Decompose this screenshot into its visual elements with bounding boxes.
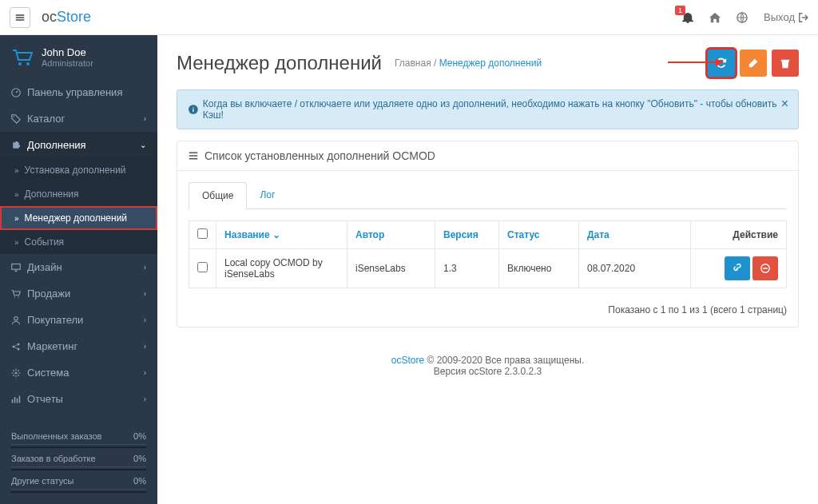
user-name: John Doe (42, 46, 93, 58)
breadcrumb-link[interactable]: Менеджер дополнений (439, 58, 542, 69)
notification-badge: 1 (675, 6, 685, 15)
user-box: John Doe Administrator (0, 35, 157, 79)
alert-text: Когда вы включаете / отключаете или удал… (203, 98, 787, 121)
main-menu-2: Дизайн› Продажи› Покупатели› Маркетинг› … (0, 254, 157, 412)
tag-icon (11, 114, 21, 124)
submenu-events[interactable]: »События (0, 230, 157, 254)
top-header: ocStore 1 Выход (0, 0, 818, 35)
main-menu: Панель управления Каталог› Дополнения⌄ (0, 79, 157, 158)
menu-system[interactable]: Система› (0, 359, 157, 386)
pagination-info: Показано с 1 по 1 из 1 (всего 1 страниц) (177, 300, 798, 327)
submenu-installer[interactable]: »Установка дополнений (0, 158, 157, 182)
stat-completed: Выполненных заказов0% (11, 426, 146, 445)
home-icon (709, 12, 721, 23)
footer-version: Версия ocStore 2.3.0.2.3 (434, 366, 542, 377)
row-disable-button[interactable] (752, 256, 778, 280)
submenu-extensions: »Установка дополнений »Дополнения »Менед… (0, 158, 157, 254)
desktop-icon (11, 263, 21, 272)
col-status[interactable]: Статус (507, 229, 539, 240)
row-checkbox[interactable] (197, 262, 208, 272)
tab-general[interactable]: Общие (189, 182, 247, 209)
content: Менеджер дополнений Главная / Менеджер д… (157, 35, 818, 504)
svg-rect-5 (12, 264, 21, 269)
minus-icon (760, 264, 770, 273)
col-name[interactable]: Название ⌄ (224, 229, 280, 240)
logout-label: Выход (764, 11, 795, 23)
svg-point-1 (18, 62, 22, 65)
col-action: Действие (691, 221, 787, 249)
info-icon (189, 105, 198, 114)
modifications-panel: Список установленных дополнений OCMOD Об… (177, 141, 799, 327)
modifications-table: Название ⌄ Автор Версия Статус Дата Дейс… (189, 220, 787, 288)
menu-extensions[interactable]: Дополнения⌄ (0, 132, 157, 158)
tab-log[interactable]: Лог (247, 182, 288, 208)
logo-part2: Store (57, 9, 91, 25)
col-date[interactable]: Дата (587, 229, 610, 240)
home-button[interactable] (709, 12, 721, 23)
panel-heading: Список установленных дополнений OCMOD (177, 141, 798, 171)
list-icon (189, 151, 198, 161)
logout-button[interactable]: Выход (764, 11, 808, 23)
menu-catalog[interactable]: Каталог› (0, 105, 157, 132)
cell-status: Включено (499, 249, 579, 288)
svg-point-10 (18, 343, 20, 345)
svg-point-8 (14, 316, 18, 320)
menu-sales[interactable]: Продажи› (0, 280, 157, 307)
row-link-button[interactable] (725, 256, 750, 280)
col-author[interactable]: Автор (355, 229, 384, 240)
globe-icon (737, 12, 748, 23)
col-version[interactable]: Версия (443, 229, 478, 240)
svg-point-2 (26, 62, 30, 65)
share-icon (11, 342, 21, 351)
logo-part1: oc (42, 9, 57, 25)
menu-design[interactable]: Дизайн› (0, 254, 157, 280)
user-role: Administrator (42, 58, 93, 68)
clear-button[interactable] (740, 50, 767, 77)
breadcrumb: Главная / Менеджер дополнений (395, 58, 542, 69)
cart-icon (11, 289, 21, 299)
arrow-annotation (668, 58, 724, 67)
cell-author: iSenseLabs (347, 249, 435, 288)
logo[interactable]: ocStore (42, 9, 91, 26)
trash-icon (780, 58, 791, 69)
submenu-extensions[interactable]: »Дополнения (0, 182, 157, 206)
table-wrap: Название ⌄ Автор Версия Статус Дата Дейс… (177, 209, 798, 300)
svg-point-7 (18, 296, 19, 298)
table-header-row: Название ⌄ Автор Версия Статус Дата Дейс… (189, 221, 787, 249)
select-all-checkbox[interactable] (197, 228, 208, 239)
chart-icon (11, 395, 21, 404)
tabs: Общие Лог (189, 182, 787, 209)
svg-point-12 (15, 371, 18, 374)
svg-rect-16 (763, 268, 768, 269)
puzzle-icon (11, 141, 21, 150)
svg-point-11 (18, 347, 20, 350)
menu-customers[interactable]: Покупатели› (0, 307, 157, 333)
menu-toggle-button[interactable] (10, 7, 30, 28)
hamburger-icon (15, 13, 25, 22)
info-alert: Когда вы включаете / отключаете или удал… (177, 89, 799, 129)
menu-reports[interactable]: Отчеты› (0, 386, 157, 412)
eraser-icon (748, 58, 759, 69)
cell-name: Local copy OCMOD by iSenseLabs (216, 249, 347, 288)
footer: ocStore © 2009-2020 Все права защищены. … (157, 343, 818, 388)
sidebar: John Doe Administrator Панель управления… (0, 35, 157, 504)
stat-other: Другие статусы0% (11, 470, 146, 490)
submenu-modifications[interactable]: »Менеджер дополнений (0, 206, 157, 230)
svg-point-4 (13, 116, 14, 117)
footer-brand-link[interactable]: ocStore (391, 355, 424, 366)
svg-point-9 (13, 345, 15, 347)
alert-close-button[interactable]: × (781, 97, 788, 111)
cell-date: 08.07.2020 (579, 249, 691, 288)
stats-block: Выполненных заказов0% Заказов в обработк… (0, 418, 157, 504)
globe-button[interactable] (737, 12, 748, 23)
delete-button[interactable] (772, 50, 799, 77)
user-icon (11, 315, 21, 325)
exit-icon (799, 13, 808, 22)
notifications-button[interactable]: 1 (682, 12, 693, 23)
menu-dashboard[interactable]: Панель управления (0, 79, 157, 105)
header-actions: 1 Выход (682, 11, 808, 23)
menu-marketing[interactable]: Маркетинг› (0, 333, 157, 359)
gear-icon (11, 368, 21, 378)
page-head: Менеджер дополнений Главная / Менеджер д… (157, 35, 818, 89)
cart-icon (11, 49, 34, 66)
